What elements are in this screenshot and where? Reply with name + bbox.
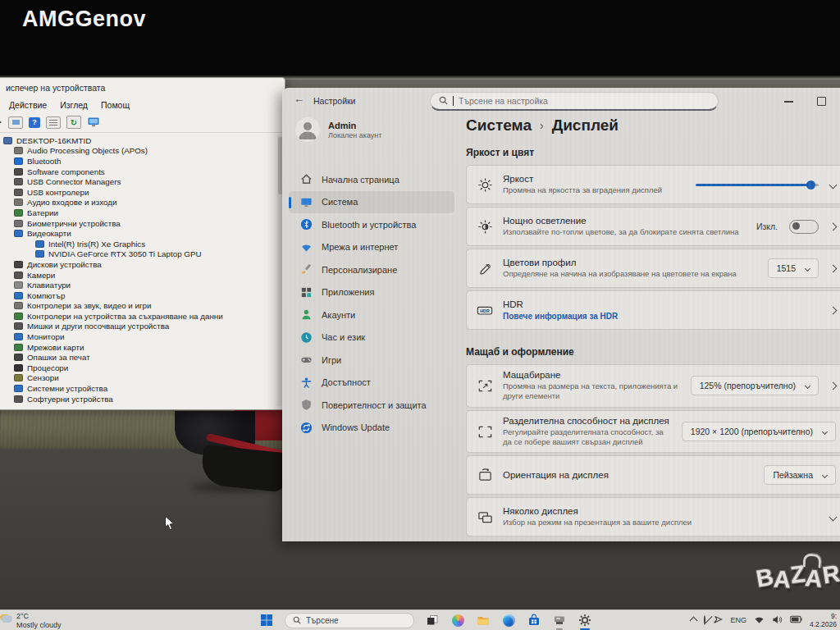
monitor-icon[interactable]	[87, 116, 100, 128]
device-tree-item[interactable]: Аудио входове и изходи	[0, 198, 285, 208]
store-icon[interactable]	[527, 613, 541, 628]
section-title: Мащаб и оформление	[466, 346, 840, 358]
forward-arrow-icon[interactable]	[0, 117, 2, 127]
menu-item[interactable]: Действие	[2, 98, 53, 112]
device-tree-item[interactable]: Software components	[0, 167, 285, 177]
device-tree-item[interactable]: Intel(R) Iris(R) Xe Graphics	[0, 239, 285, 249]
minimize-button[interactable]	[784, 101, 793, 103]
device-tree-item[interactable]: Контролери на устройства за съхраняване …	[0, 311, 285, 322]
menu-item[interactable]: Изглед	[53, 98, 94, 112]
chevron-up-icon[interactable]	[691, 615, 696, 625]
help-icon[interactable]: ?	[29, 117, 40, 128]
dropdown-select[interactable]: 1515	[768, 258, 819, 278]
device-tree-item[interactable]: USB Connector Managers	[0, 176, 285, 187]
chevron-right-icon[interactable]	[829, 264, 838, 272]
card-controls: 1920 × 1200 (препоръчително)	[682, 422, 836, 441]
language-indicator[interactable]: ENG	[730, 616, 746, 624]
settings-card-hdr[interactable]: HDRHDRПовече информация за HDR	[466, 290, 840, 330]
settings-card-orientation[interactable]: Ориентация на дисплеяПейзажна	[466, 455, 840, 495]
cpu-icon	[14, 364, 23, 372]
hidden-items-icon[interactable]	[704, 616, 705, 624]
device-tree-item[interactable]: Клавиатури	[0, 280, 285, 290]
copilot-icon[interactable]	[450, 613, 465, 628]
device-tree-item[interactable]: USB контролери	[0, 187, 285, 198]
device-tree-item[interactable]: NVIDIA GeForce RTX 3050 Ti Laptop GPU	[0, 249, 285, 260]
taskbar-search[interactable]: Търсене	[285, 613, 414, 628]
sidebar-item-apps[interactable]: Приложения	[289, 281, 454, 304]
settings-card-scale[interactable]: МащабиранеПромяна на размера на текста, …	[466, 364, 840, 408]
device-tree-item[interactable]: ▾DESKTOP-16KMTID	[0, 135, 285, 146]
device-manager-toolbar: ?↻	[0, 112, 285, 133]
sidebar-item-system[interactable]: Система	[289, 191, 454, 214]
battery-icon[interactable]	[790, 615, 802, 625]
device-tree-item[interactable]: Видеокарти	[0, 228, 285, 239]
device-tree-item[interactable]: Монитори	[0, 331, 285, 342]
breadcrumb-section[interactable]: Система	[466, 116, 532, 135]
hdr-info-link[interactable]: Повече информация за HDR	[503, 312, 820, 321]
device-tree-item[interactable]: Батерии	[0, 208, 285, 218]
scan-hardware-icon[interactable]: ↻	[66, 116, 81, 129]
clock[interactable]: 9:4.2.2026	[810, 612, 837, 628]
settings-card-color-profile[interactable]: Цветови профилОпределяне на начина на из…	[466, 249, 840, 288]
user-account[interactable]: Admin Локален акаунт	[295, 117, 381, 142]
device-manager-icon[interactable]	[552, 613, 567, 628]
settings-card-brightness[interactable]: ЯркостПромяна на яркостта за вградения д…	[466, 165, 840, 204]
sidebar-item-time-language[interactable]: Час и език	[289, 326, 454, 349]
device-tree-item[interactable]: Audio Processing Objects (APOs)	[0, 146, 285, 157]
slider-knob[interactable]	[806, 180, 815, 189]
settings-icon[interactable]	[578, 613, 592, 628]
card-title: Яркост	[503, 174, 686, 184]
device-tree-item[interactable]: Системни устройства	[0, 383, 285, 394]
sidebar-item-bluetooth[interactable]: Bluetooth и устройства	[289, 213, 454, 236]
start-icon[interactable]	[259, 613, 274, 628]
properties-icon[interactable]	[46, 116, 61, 129]
chevron-down-icon[interactable]	[829, 180, 838, 189]
location-icon[interactable]	[713, 614, 723, 626]
settings-card-resolution[interactable]: Разделителна способност на дисплеяРегули…	[466, 410, 840, 454]
device-tree-item[interactable]: Сензори	[0, 373, 285, 384]
device-tree-item[interactable]: Мрежови карти	[0, 342, 285, 353]
device-tree-item[interactable]: Опашки за печат	[0, 352, 285, 363]
sidebar-item-home[interactable]: Начална страница	[289, 168, 454, 191]
brightness-slider[interactable]	[696, 180, 819, 189]
sidebar-item-gaming[interactable]: Игри	[289, 349, 454, 372]
sidebar-item-privacy[interactable]: Поверителност и защита	[289, 394, 454, 417]
task-view-icon[interactable]	[425, 613, 440, 628]
console-root-icon[interactable]	[8, 116, 23, 129]
device-tree-item[interactable]: Процесори	[0, 363, 285, 373]
weather-widget[interactable]: 2°C Mostly cloudy	[16, 612, 62, 630]
menu-item[interactable]: Помощ	[94, 98, 136, 112]
sidebar-item-windows-update[interactable]: Windows Update	[289, 417, 454, 440]
back-button[interactable]: ←	[294, 93, 304, 105]
dropdown-select[interactable]: Пейзажна	[764, 465, 836, 485]
settings-card-multi-display[interactable]: Няколко дисплеяИзбор на режим на презент…	[466, 497, 840, 536]
device-tree-item[interactable]: Мишки и други посочващи устройства	[0, 322, 285, 332]
chevron-right-icon[interactable]	[829, 222, 838, 231]
sidebar-item-network[interactable]: Мрежа и интернет	[289, 236, 454, 259]
edge-icon[interactable]	[501, 613, 516, 628]
settings-card-night-light[interactable]: Нощно осветлениеИзползвайте по-топли цве…	[466, 207, 840, 246]
sidebar-item-accessibility[interactable]: Достъпност	[289, 372, 454, 395]
device-tree-item[interactable]: Биометрични устройства	[0, 218, 285, 229]
device-tree-item[interactable]: Камери	[0, 270, 285, 281]
device-tree-item[interactable]: Контролери за звук, видео и игри	[0, 301, 285, 312]
sidebar-item-label: Достъпност	[322, 377, 371, 387]
night-light-toggle[interactable]	[789, 220, 819, 234]
dropdown-select[interactable]: 1920 × 1200 (препоръчително)	[682, 422, 836, 441]
file-explorer-icon[interactable]	[476, 613, 491, 628]
sidebar-item-personalization[interactable]: Персонализиране	[289, 258, 454, 281]
device-tree-item[interactable]: Дискови устройства	[0, 259, 285, 270]
chevron-down-icon[interactable]	[829, 513, 838, 521]
volume-icon[interactable]	[772, 615, 783, 626]
card-text: Нощно осветлениеИзползвайте по-топли цве…	[503, 216, 746, 237]
device-tree-item[interactable]: Bluetooth	[0, 156, 285, 167]
device-tree-item[interactable]: Компютър	[0, 290, 285, 301]
settings-search-input[interactable]: Търсене на настройка	[430, 92, 719, 111]
chevron-right-icon[interactable]	[829, 381, 838, 390]
wifi-icon[interactable]	[754, 615, 765, 626]
device-tree-item[interactable]: Софтуерни устройства	[0, 394, 285, 404]
dropdown-select[interactable]: 125% (препоръчително)	[691, 376, 819, 395]
maximize-button[interactable]	[817, 97, 826, 106]
sidebar-item-accounts[interactable]: Акаунти	[289, 304, 454, 326]
chevron-right-icon[interactable]	[829, 306, 838, 314]
